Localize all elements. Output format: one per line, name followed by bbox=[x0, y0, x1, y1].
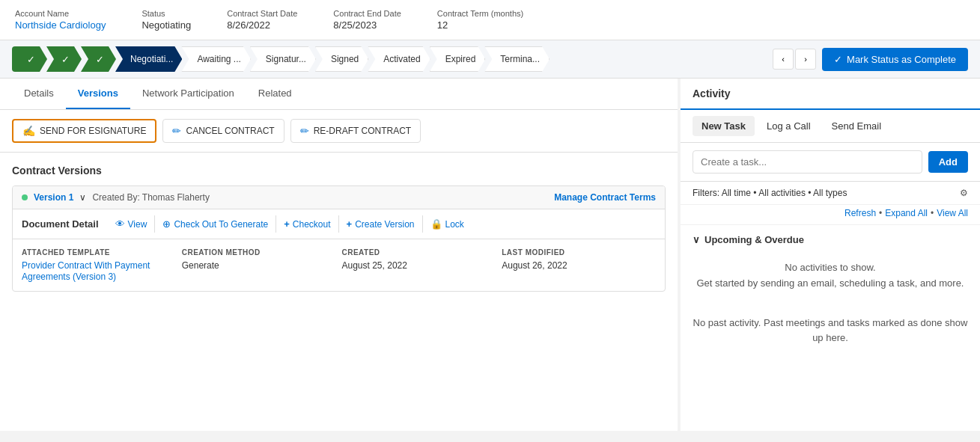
task-input[interactable] bbox=[693, 150, 922, 174]
check-icon: ✓ bbox=[834, 54, 842, 65]
step-activated-label: Activated bbox=[383, 54, 420, 64]
step-negotiating-label: Negotiati... bbox=[130, 54, 173, 64]
creation-method-value: Generate bbox=[182, 260, 219, 271]
version-status-dot bbox=[22, 194, 28, 200]
create-version-icon: + bbox=[347, 218, 353, 230]
create-version-button[interactable]: + Create Version bbox=[339, 215, 423, 233]
term-field: Contract Term (months) 12 bbox=[437, 9, 523, 31]
esignature-icon: ✍ bbox=[22, 125, 35, 137]
check-icon-2: ✓ bbox=[61, 54, 70, 65]
past-activity: No past activity. Past meetings and task… bbox=[693, 310, 968, 353]
activity-tab-log-call[interactable]: Log a Call bbox=[758, 116, 820, 136]
step-2[interactable]: ✓ bbox=[46, 46, 82, 72]
create-version-label: Create Version bbox=[355, 219, 414, 230]
gear-icon[interactable]: ⚙ bbox=[960, 188, 968, 198]
checkout-icon: + bbox=[284, 218, 290, 230]
tab-network-participation[interactable]: Network Participation bbox=[130, 79, 246, 109]
view-all-link[interactable]: View All bbox=[937, 208, 968, 218]
cancel-contract-button[interactable]: ✏ CANCEL CONTRACT bbox=[162, 119, 284, 143]
view-label: View bbox=[128, 219, 147, 230]
mark-complete-label: Mark Status as Complete bbox=[847, 54, 956, 65]
tab-versions[interactable]: Versions bbox=[66, 79, 130, 109]
last-modified-label: LAST MODIFIED bbox=[502, 248, 656, 257]
step-awaiting-label: Awaiting ... bbox=[197, 54, 240, 64]
cancel-contract-label: CANCEL CONTRACT bbox=[186, 126, 274, 136]
lock-button[interactable]: 🔒 Lock bbox=[423, 215, 472, 233]
tabs: Details Versions Network Participation R… bbox=[0, 79, 678, 110]
end-date-label: Contract End Date bbox=[333, 9, 401, 18]
activity-tab-send-email[interactable]: Send Email bbox=[823, 116, 890, 136]
version-label[interactable]: Version 1 bbox=[34, 192, 73, 203]
checkout-generate-button[interactable]: ⊕ Check Out To Generate bbox=[155, 215, 276, 233]
step-next-button[interactable]: › bbox=[795, 49, 816, 70]
redraft-icon: ✏ bbox=[300, 125, 309, 137]
version-created-by: Created By: Thomas Flaherty bbox=[92, 192, 210, 203]
start-date-label: Contract Start Date bbox=[227, 9, 297, 18]
start-date-value: 8/26/2022 bbox=[227, 19, 270, 31]
step-activated[interactable]: Activated bbox=[368, 46, 430, 72]
add-button[interactable]: Add bbox=[928, 151, 968, 173]
last-modified-col: LAST MODIFIED August 26, 2022 bbox=[502, 248, 656, 282]
view-button[interactable]: 👁 View bbox=[108, 215, 156, 233]
tab-related[interactable]: Related bbox=[246, 79, 304, 109]
upcoming-title: Upcoming & Overdue bbox=[704, 234, 804, 245]
main-layout: Details Versions Network Participation R… bbox=[0, 79, 980, 431]
status-bar: ✓ ✓ ✓ Negotiati... Awaiting ... Signatur… bbox=[0, 40, 980, 79]
doc-detail-title: Document Detail bbox=[22, 218, 99, 230]
step-terminated-label: Termina... bbox=[500, 54, 540, 64]
links-row: Refresh • Expand All • View All bbox=[681, 205, 980, 225]
status-value: Negotiating bbox=[141, 19, 191, 31]
chevron-down-icon[interactable]: ∨ bbox=[693, 234, 700, 245]
step-signed[interactable]: Signed bbox=[315, 46, 368, 72]
upcoming-section: ∨ Upcoming & Overdue No activities to sh… bbox=[681, 225, 980, 431]
term-value: 12 bbox=[437, 19, 448, 31]
lock-label: Lock bbox=[445, 219, 464, 230]
checkout-label: Checkout bbox=[293, 219, 331, 230]
status-steps: ✓ ✓ ✓ Negotiati... Awaiting ... Signatur… bbox=[12, 46, 767, 72]
manage-contract-terms-link[interactable]: Manage Contract Terms bbox=[554, 192, 656, 203]
step-signature-label: Signatur... bbox=[266, 54, 306, 64]
step-awaiting[interactable]: Awaiting ... bbox=[181, 46, 250, 72]
step-prev-button[interactable]: ‹ bbox=[773, 49, 794, 70]
term-label: Contract Term (months) bbox=[437, 9, 523, 18]
redraft-contract-button[interactable]: ✏ RE-DRAFT CONTRACT bbox=[290, 119, 421, 143]
send-esignature-button[interactable]: ✍ SEND FOR ESIGNATURE bbox=[12, 119, 156, 143]
checkout-generate-label: Check Out To Generate bbox=[174, 219, 268, 230]
no-activities-sub: Get started by sending an email, schedul… bbox=[693, 276, 968, 292]
upcoming-header: ∨ Upcoming & Overdue bbox=[693, 234, 968, 245]
attached-template-label: ATTACHED TEMPLATE bbox=[22, 248, 176, 257]
activity-tabs: New Task Log a Call Send Email bbox=[681, 110, 980, 143]
mark-complete-button[interactable]: ✓ Mark Status as Complete bbox=[822, 48, 968, 71]
check-icon-3: ✓ bbox=[96, 54, 104, 65]
start-date-field: Contract Start Date 8/26/2022 bbox=[227, 9, 297, 31]
step-negotiating[interactable]: Negotiati... bbox=[115, 46, 182, 72]
task-input-row: Add bbox=[681, 143, 980, 182]
creation-method-label: CREATION METHOD bbox=[182, 248, 336, 257]
filters-text: Filters: All time • All activities • All… bbox=[693, 188, 847, 198]
header: Account Name Northside Cardiology Status… bbox=[0, 0, 980, 40]
cancel-icon: ✏ bbox=[172, 125, 181, 137]
expand-all-link[interactable]: Expand All bbox=[885, 208, 928, 218]
activity-title: Activity bbox=[681, 79, 980, 110]
step-expired-label: Expired bbox=[445, 54, 476, 64]
status-label: Status bbox=[141, 9, 191, 18]
activity-tab-new-task[interactable]: New Task bbox=[693, 116, 755, 136]
attached-template-value[interactable]: Provider Contract With Payment Agreement… bbox=[22, 260, 150, 282]
account-name-field: Account Name Northside Cardiology bbox=[15, 9, 106, 31]
version-chevron[interactable]: ∨ bbox=[79, 192, 86, 203]
step-1[interactable]: ✓ bbox=[12, 46, 47, 72]
checkout-button[interactable]: + Checkout bbox=[276, 215, 338, 233]
version-header: Version 1 ∨ Created By: Thomas Flaherty … bbox=[13, 186, 665, 209]
account-name-link[interactable]: Northside Cardiology bbox=[15, 19, 106, 31]
step-expired[interactable]: Expired bbox=[430, 46, 486, 72]
end-date-value: 8/25/2023 bbox=[333, 19, 377, 31]
last-modified-value: August 26, 2022 bbox=[502, 260, 567, 271]
step-signed-label: Signed bbox=[331, 54, 359, 64]
tab-details[interactable]: Details bbox=[12, 79, 66, 109]
contract-versions: Contract Versions Version 1 ∨ Created By… bbox=[0, 153, 678, 431]
step-terminated[interactable]: Termina... bbox=[484, 46, 550, 72]
step-signature[interactable]: Signatur... bbox=[250, 46, 316, 72]
refresh-link[interactable]: Refresh bbox=[844, 208, 876, 218]
attached-template-col: ATTACHED TEMPLATE Provider Contract With… bbox=[22, 248, 176, 282]
step-3[interactable]: ✓ bbox=[81, 46, 116, 72]
